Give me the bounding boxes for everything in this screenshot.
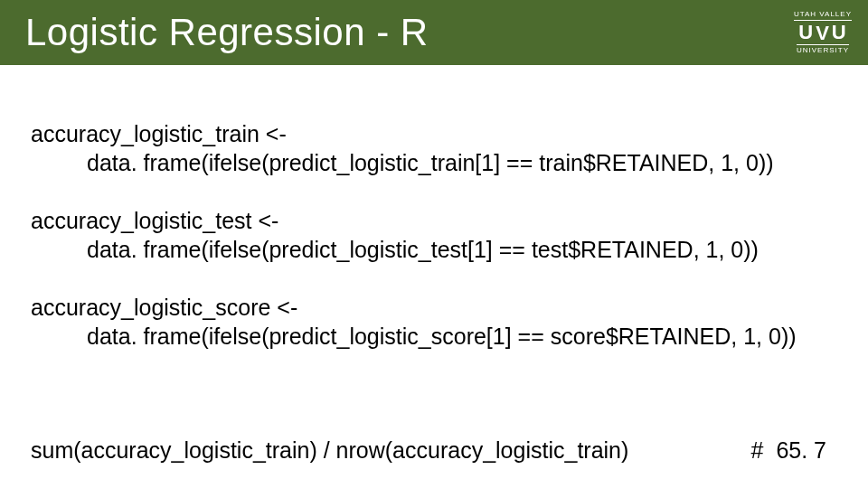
code-line: accuracy_logistic_train <- xyxy=(31,121,287,146)
code-line: data. frame(ifelse(predict_logistic_trai… xyxy=(31,148,837,177)
code-line: accuracy_logistic_test <- xyxy=(31,208,278,233)
slide-content: accuracy_logistic_train <- data. frame(i… xyxy=(0,65,868,488)
logo-bottom-text: UNIVERSITY xyxy=(797,44,849,54)
logo-mid-text: UVU xyxy=(798,23,846,42)
logo-top-text: UTAH VALLEY xyxy=(794,11,852,21)
title-bar: Logistic Regression - R UTAH VALLEY UVU … xyxy=(0,0,868,65)
code-expr: sum(accuracy_logistic_train) / nrow(accu… xyxy=(31,436,628,465)
page-title: Logistic Regression - R xyxy=(25,11,429,54)
code-line: data. frame(ifelse(predict_logistic_test… xyxy=(31,235,837,264)
uvu-logo: UTAH VALLEY UVU UNIVERSITY xyxy=(794,11,852,54)
code-line: data. frame(ifelse(predict_logistic_scor… xyxy=(31,322,837,351)
result-row: sum(accuracy_logistic_train) / nrow(accu… xyxy=(31,436,826,465)
code-comment: # 65. 7 xyxy=(751,436,826,465)
code-line: accuracy_logistic_score <- xyxy=(31,295,297,320)
code-block: accuracy_logistic_train <- data. frame(i… xyxy=(31,90,837,488)
